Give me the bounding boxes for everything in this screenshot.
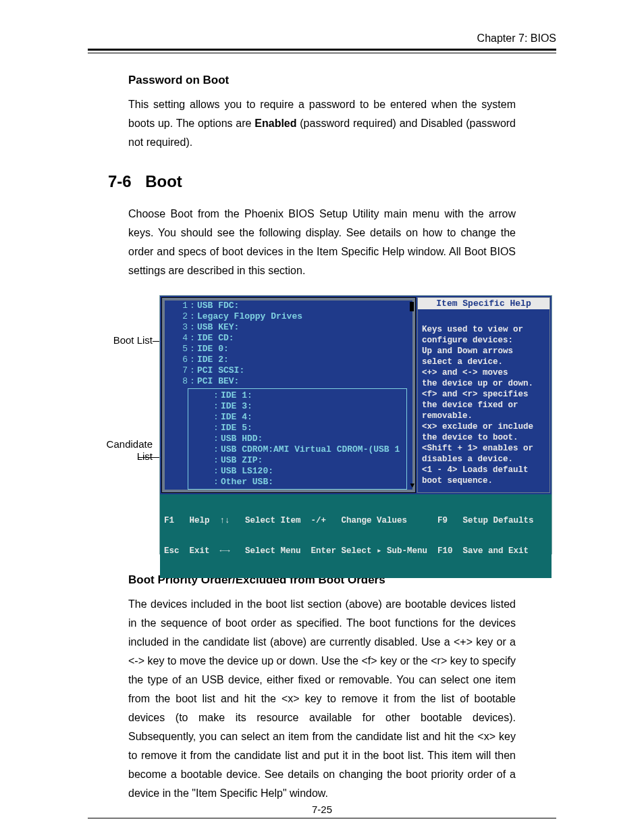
section-heading: 7-6 Boot	[108, 172, 516, 191]
candidate-list-row: :IDE 5:	[188, 423, 406, 434]
callout-text: Candidate	[107, 438, 153, 450]
callout-text: List	[137, 450, 153, 462]
chapter-header: Chapter 7: BIOS	[88, 32, 556, 49]
boot-list-row: 5:IDE 0:	[165, 344, 412, 355]
bios-left-panel: ▼ 1:USB FDC:2:Legacy Floppy Drives3:USB …	[161, 297, 416, 493]
boot-list-row: 8:PCI BEV:	[165, 376, 412, 387]
page-number: 7-25	[0, 804, 644, 815]
callout-candidate-list: Candidate List	[100, 438, 153, 463]
candidate-list-row: :IDE 1:	[188, 390, 406, 401]
candidate-list-row: :USB LS120:	[188, 466, 406, 477]
footer-line-1: F1 Help ↑↓ Select Item -/+ Change Values…	[164, 516, 547, 526]
bios-footer: F1 Help ↑↓ Select Item -/+ Change Values…	[160, 494, 552, 578]
candidate-list-row: :Other USB:	[188, 477, 406, 488]
candidate-list-row: :IDE 3:	[188, 401, 406, 412]
bios-figure: Boot List Candidate List ▼ 1:USB FDC:2:L…	[105, 295, 516, 554]
section-title: Boot	[145, 172, 182, 190]
header-rule	[88, 49, 556, 53]
candidate-list-row: :USB CDROM:AMI Virtual CDROM-(USB 1	[188, 444, 406, 455]
scrollbar-thumb	[410, 302, 414, 311]
boot-list-row: 4:IDE CD:	[165, 333, 412, 344]
candidate-list-row: :USB HDD:	[188, 434, 406, 444]
boot-list-row: 2:Legacy Floppy Drives	[165, 311, 412, 322]
heading-password-on-boot: Password on Boot	[128, 74, 516, 87]
section-number: 7-6	[108, 172, 132, 190]
candidate-list: :IDE 1::IDE 3::IDE 4::IDE 5::USB HDD::US…	[188, 388, 407, 490]
para-boot-priority: The devices included in the boot list se…	[128, 595, 516, 803]
boot-list-row: 1:USB FDC:	[165, 301, 412, 311]
para-boot-intro: Choose Boot from the Phoenix BIOS Setup …	[128, 205, 516, 280]
footer-rule	[88, 818, 556, 818]
candidate-list-row: :USB ZIP:	[188, 455, 406, 466]
boot-list-row: 3:USB KEY:	[165, 322, 412, 333]
callout-boot-list: Boot List	[100, 334, 153, 346]
help-title: Item Specific Help	[418, 298, 549, 309]
candidate-list-row: :IDE 4:	[188, 412, 406, 423]
boot-list: 1:USB FDC:2:Legacy Floppy Drives3:USB KE…	[165, 301, 412, 387]
footer-line-2: Esc Exit ←→ Select Menu Enter Select ▸ S…	[164, 546, 547, 556]
boot-list-row: 7:PCI SCSI:	[165, 365, 412, 376]
bold-enabled: Enabled	[254, 118, 296, 129]
bios-screenshot: ▼ 1:USB FDC:2:Legacy Floppy Drives3:USB …	[159, 295, 552, 554]
para-password-on-boot: This setting allows you to require a pas…	[128, 95, 516, 152]
boot-list-row: 6:IDE 2:	[165, 355, 412, 365]
scrollbar-arrow-down-icon: ▼	[410, 481, 414, 490]
bios-help-panel: Item Specific Help Keys used to view or …	[417, 297, 550, 493]
help-body: Keys used to view or configure devices: …	[418, 309, 549, 490]
